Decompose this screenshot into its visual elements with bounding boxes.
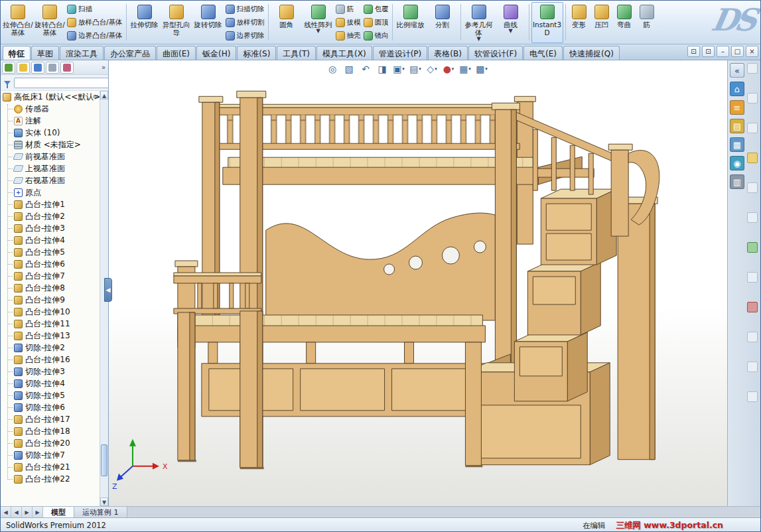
- tree-item-feature[interactable]: 凸台-拉伸6: [1, 258, 100, 270]
- home-icon[interactable]: ⌂: [730, 82, 744, 96]
- edit-appearance-button[interactable]: ●▾: [441, 62, 456, 76]
- tab-render-tools[interactable]: 渲染工具: [60, 46, 104, 60]
- revolved-boss-button[interactable]: 旋转凸台/基体: [34, 2, 66, 43]
- tree-item-top-plane[interactable]: 上视基准面: [1, 163, 100, 174]
- expand-task-pane-button[interactable]: «: [730, 63, 744, 78]
- tree-item-feature[interactable]: 凸台-拉伸21: [1, 461, 100, 473]
- revolved-cut-button[interactable]: 旋转切除: [192, 2, 224, 43]
- tab-routing[interactable]: 管道设计(P): [373, 46, 428, 60]
- tree-item-feature[interactable]: 切除-拉伸7: [1, 449, 100, 461]
- tree-item-feature[interactable]: 凸台-拉伸9: [1, 294, 100, 306]
- previous-view-button[interactable]: ↶: [358, 62, 374, 76]
- tree-item-feature[interactable]: 切除-拉伸5: [1, 389, 100, 401]
- zoom-area-button[interactable]: ▧: [341, 62, 357, 76]
- tab-scroll-first-button[interactable]: ◀: [1, 507, 11, 517]
- flex-button[interactable]: 弯曲: [613, 2, 636, 43]
- right-tool-icon[interactable]: [747, 212, 758, 223]
- loft-button[interactable]: 放样凸台/基体: [66, 16, 124, 29]
- instant3d-button[interactable]: Instant3D: [531, 2, 563, 43]
- tree-item-feature[interactable]: 凸台-拉伸4: [1, 234, 100, 246]
- rib-button[interactable]: 筋: [334, 3, 362, 16]
- tree-item-right-plane[interactable]: 右视基准面: [1, 174, 100, 186]
- file-explorer-icon[interactable]: ▤: [730, 119, 744, 133]
- boundary-boss-button[interactable]: 边界凸台/基体: [66, 29, 124, 42]
- tree-item-feature[interactable]: 凸台-拉伸7: [1, 270, 100, 282]
- display-style-button[interactable]: ▤▾: [407, 62, 423, 76]
- tree-item-feature[interactable]: 凸台-拉伸5: [1, 246, 100, 258]
- shell-button[interactable]: 抽壳: [334, 29, 362, 42]
- panel-toggle-button[interactable]: ⊡: [687, 46, 700, 57]
- right-tool-icon[interactable]: [747, 123, 758, 133]
- fillet-button[interactable]: 圆角: [271, 2, 303, 43]
- chevron-up-icon[interactable]: ««: [93, 92, 98, 100]
- tree-item-annotations[interactable]: 注解: [1, 115, 100, 127]
- zoom-fit-button[interactable]: ◎: [324, 62, 340, 76]
- tree-item-feature[interactable]: 切除-拉伸3: [1, 366, 100, 377]
- filter-input[interactable]: [14, 78, 113, 88]
- dimxpert-tab[interactable]: [46, 62, 59, 74]
- reference-geometry-button[interactable]: 参考几何体 ▼: [463, 2, 495, 43]
- configurationmanager-tab[interactable]: [31, 62, 44, 74]
- tree-item-feature[interactable]: 凸台-拉伸1: [1, 198, 100, 210]
- tab-standard[interactable]: 标准(S): [237, 46, 276, 60]
- tab-tables[interactable]: 表格(B): [428, 46, 468, 60]
- close-button[interactable]: ×: [746, 46, 758, 57]
- scroll-thumb[interactable]: [101, 444, 107, 476]
- design-library-icon[interactable]: ≡: [730, 100, 744, 115]
- tree-item-sensors[interactable]: 传感器: [1, 103, 100, 115]
- right-tool-icon[interactable]: [747, 362, 758, 372]
- right-tool-icon[interactable]: [747, 242, 758, 253]
- tab-tubing[interactable]: 软管设计(F): [468, 46, 523, 60]
- split-button[interactable]: 分割: [427, 2, 458, 43]
- more-tabs-chevron[interactable]: »: [102, 64, 107, 71]
- right-tool-icon[interactable]: [747, 93, 758, 103]
- right-tool-icon[interactable]: [747, 63, 758, 74]
- appearances-icon[interactable]: ◉: [730, 156, 744, 170]
- lofted-cut-button[interactable]: 放样切割: [224, 16, 266, 29]
- model-tab[interactable]: 模型: [43, 507, 74, 517]
- extruded-cut-button[interactable]: 拉伸切除: [129, 2, 161, 43]
- part-root-row[interactable]: 高低床1 (默认<<默认> ««: [1, 91, 100, 103]
- right-tool-icon[interactable]: [747, 302, 758, 312]
- tree-item-feature[interactable]: 凸台-拉伸3: [1, 222, 100, 234]
- boundary-cut-button[interactable]: 边界切除: [224, 29, 266, 42]
- tree-item-feature[interactable]: 凸台-拉伸13: [1, 330, 100, 342]
- motion-study-tab[interactable]: 运动算例 1: [74, 507, 127, 517]
- hole-wizard-button[interactable]: 异型孔向导: [161, 2, 192, 43]
- custom-properties-icon[interactable]: ▥: [730, 174, 744, 189]
- tree-item-front-plane[interactable]: 前视基准面: [1, 151, 100, 163]
- tree-item-feature[interactable]: 凸台-拉伸11: [1, 318, 100, 330]
- tree-item-feature[interactable]: 切除-拉伸6: [1, 401, 100, 413]
- deform-button[interactable]: 变形: [568, 2, 590, 43]
- propertymanager-tab[interactable]: [17, 62, 30, 74]
- swept-cut-button[interactable]: 扫描切除: [224, 3, 266, 16]
- rib2-button[interactable]: 筋: [636, 2, 658, 43]
- tab-surfaces[interactable]: 曲面(E): [157, 46, 196, 60]
- tab-sketch[interactable]: 草图: [31, 46, 59, 60]
- tree-item-feature[interactable]: 凸台-拉伸17: [1, 413, 100, 425]
- view-palette-icon[interactable]: ▦: [730, 137, 744, 152]
- tab-tools[interactable]: 工具(T): [277, 46, 316, 60]
- panel-collapse-button[interactable]: ◀: [104, 278, 112, 302]
- graphics-area[interactable]: ◎ ▧ ↶ ◨ ▣▾ ▤▾ ◇▾ ●▾ ▦▾ ▩▾: [109, 60, 727, 506]
- extruded-boss-button[interactable]: 拉伸凸台/基体: [2, 2, 34, 43]
- view-settings-button[interactable]: ▩▾: [474, 62, 490, 76]
- scale-button[interactable]: 比例缩放: [395, 2, 427, 43]
- right-tool-icon[interactable]: [747, 182, 758, 193]
- tree-item-feature[interactable]: 凸台-拉伸22: [1, 473, 100, 485]
- wrap-button[interactable]: 包覆: [362, 3, 390, 16]
- draft-button[interactable]: 拔模: [334, 16, 362, 29]
- tree-item-feature[interactable]: 凸台-拉伸20: [1, 437, 100, 449]
- tab-mold-tools[interactable]: 模具工具(X): [316, 46, 372, 60]
- minimize-button[interactable]: –: [717, 46, 729, 57]
- view-orientation-button[interactable]: ▣▾: [391, 62, 407, 76]
- tree-item-feature[interactable]: 凸台-拉伸18: [1, 425, 100, 437]
- tab-scroll-prev-button[interactable]: ◀: [11, 507, 22, 517]
- sweep-button[interactable]: 扫描: [66, 3, 124, 16]
- right-tool-icon[interactable]: [747, 272, 758, 283]
- tree-item-feature[interactable]: 切除-拉伸2: [1, 342, 100, 354]
- tree-item-solid-bodies[interactable]: 实体 (10): [1, 127, 100, 139]
- right-tool-icon[interactable]: [747, 391, 758, 402]
- displaymanager-tab[interactable]: [60, 62, 74, 74]
- restore-button[interactable]: □: [731, 46, 744, 57]
